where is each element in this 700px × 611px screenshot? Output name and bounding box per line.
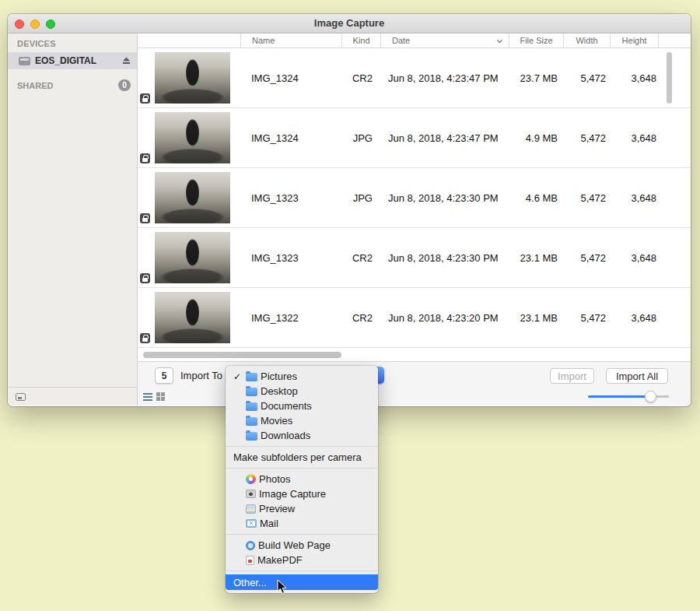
cell-width: 5,472 (563, 288, 610, 347)
lock-icon (140, 153, 150, 163)
table-body: IMG_1324 CR2 Jun 8, 2018, 4:23:47 PM 23.… (138, 48, 691, 348)
lock-icon (140, 93, 150, 104)
menu-item-mail[interactable]: Mail (226, 516, 378, 531)
menu-item-label: Make subfolders per camera (233, 451, 362, 463)
cell-filler (658, 108, 691, 167)
menu-item-label: Build Web Page (258, 539, 331, 551)
zoom-button[interactable] (46, 19, 55, 29)
cell-width: 5,472 (563, 168, 610, 227)
cell-name: IMG_1324 (240, 48, 341, 107)
grid-view-icon[interactable] (156, 392, 165, 401)
cell-name: IMG_1322 (240, 288, 341, 347)
menu-item-label: Photos (259, 473, 290, 485)
table-row[interactable]: IMG_1324 CR2 Jun 8, 2018, 4:23:47 PM 23.… (138, 48, 691, 108)
cell-height: 3,648 (610, 168, 658, 227)
eject-icon[interactable] (122, 57, 131, 65)
menu-item-documents[interactable]: Documents (226, 399, 378, 413)
menu-item-photos[interactable]: Photos (226, 472, 378, 486)
column-header-width[interactable]: Width (563, 33, 610, 47)
thumbnail-cell (138, 288, 240, 347)
image-capture-icon (246, 490, 256, 498)
minimize-button[interactable] (30, 19, 40, 29)
folder-icon (246, 402, 257, 411)
vertical-scrollbar[interactable] (667, 52, 672, 104)
slider-thumb[interactable] (645, 391, 656, 402)
file-list-pane: Name Kind Date File Size Width Height IM… (138, 33, 691, 406)
cell-name: IMG_1324 (240, 108, 341, 167)
menu-item-makepdf[interactable]: MakePDF (226, 553, 378, 567)
folder-icon (246, 417, 257, 426)
lock-icon (140, 213, 150, 223)
webpage-icon (246, 541, 255, 550)
table-row[interactable]: IMG_1323 CR2 Jun 8, 2018, 4:23:30 PM 23.… (138, 228, 691, 288)
menu-item-pictures[interactable]: ✓ Pictures (226, 369, 378, 384)
menu-separator (226, 446, 378, 447)
cell-width: 5,472 (563, 48, 610, 107)
column-header-file-size[interactable]: File Size (509, 33, 563, 47)
cell-date: Jun 8, 2018, 4:23:47 PM (380, 108, 509, 167)
menu-item-make-subfolders-per-camera[interactable]: Make subfolders per camera (226, 450, 378, 465)
photos-icon (246, 474, 256, 484)
table-row[interactable]: IMG_1324 JPG Jun 8, 2018, 4:23:47 PM 4.9… (138, 108, 691, 168)
menu-item-label: Preview (259, 503, 295, 514)
cell-date: Jun 8, 2018, 4:23:30 PM (380, 228, 509, 287)
cell-file-size: 4.6 MB (509, 168, 563, 227)
thumbnail-cell (138, 48, 240, 107)
cell-height: 3,648 (610, 108, 658, 167)
menu-item-desktop[interactable]: Desktop (226, 384, 378, 399)
lock-icon (140, 273, 150, 283)
cell-filler (658, 168, 691, 227)
menu-item-label: Pictures (261, 370, 297, 382)
table-row[interactable]: IMG_1323 JPG Jun 8, 2018, 4:23:30 PM 4.6… (138, 168, 691, 228)
cell-file-size: 23.7 MB (509, 48, 563, 107)
menu-item-movies[interactable]: Movies (226, 413, 378, 428)
device-info-toggle-icon[interactable] (16, 393, 26, 401)
column-header-height[interactable]: Height (610, 33, 658, 47)
import-all-button[interactable]: Import All (606, 368, 668, 384)
thumbnail-size-slider[interactable] (588, 388, 669, 406)
menu-separator (226, 468, 378, 469)
lock-icon (140, 333, 150, 343)
horizontal-scrollbar[interactable] (143, 352, 341, 358)
sidebar-footer (8, 387, 137, 406)
menu-item-label: Image Capture (259, 488, 326, 500)
photo-thumbnail (155, 172, 230, 223)
close-button[interactable] (15, 19, 24, 29)
table-row[interactable]: IMG_1322 CR2 Jun 8, 2018, 4:23:20 PM 23.… (138, 288, 691, 348)
titlebar[interactable]: Image Capture (8, 14, 691, 33)
menu-item-label: Downloads (261, 430, 310, 441)
column-header-kind[interactable]: Kind (341, 33, 380, 47)
cell-height: 3,648 (610, 228, 658, 287)
slider-fill (588, 395, 650, 398)
menu-item-preview[interactable]: Preview (226, 501, 378, 516)
menu-item-other[interactable]: Other... (226, 574, 378, 590)
menu-item-image-capture[interactable]: Image Capture (226, 486, 378, 501)
menu-separator (226, 571, 378, 571)
shared-section-header[interactable]: SHARED 0 (8, 79, 137, 91)
preview-icon (246, 504, 256, 514)
cell-kind: CR2 (341, 48, 380, 107)
cell-height: 3,648 (610, 288, 658, 347)
sidebar-item-eos-digital[interactable]: EOS_DIGITAL (8, 52, 137, 69)
import-button[interactable]: Import (550, 368, 594, 384)
cell-width: 5,472 (563, 228, 610, 287)
photo-thumbnail (155, 232, 230, 283)
import-menu: ✓ Pictures Desktop Documents Movies Down… (226, 366, 378, 593)
list-view-icon[interactable] (143, 393, 152, 401)
cell-date: Jun 8, 2018, 4:23:20 PM (380, 288, 509, 347)
cell-filler (658, 48, 691, 107)
column-header-date[interactable]: Date (380, 33, 509, 47)
thumbnail-cell (138, 168, 240, 227)
device-name: EOS_DIGITAL (35, 55, 117, 66)
sort-descending-icon (496, 36, 503, 45)
menu-item-build-web-page[interactable]: Build Web Page (226, 538, 378, 553)
cell-file-size: 4.9 MB (509, 108, 563, 167)
camera-device-icon (19, 57, 30, 65)
menu-item-downloads[interactable]: Downloads (226, 428, 378, 443)
thumbnail-cell (138, 108, 240, 167)
folder-icon (246, 388, 257, 396)
menu-item-label: MakePDF (257, 554, 303, 566)
mouse-cursor (277, 579, 288, 595)
cell-date: Jun 8, 2018, 4:23:30 PM (380, 168, 509, 227)
column-header-name[interactable]: Name (240, 33, 341, 47)
